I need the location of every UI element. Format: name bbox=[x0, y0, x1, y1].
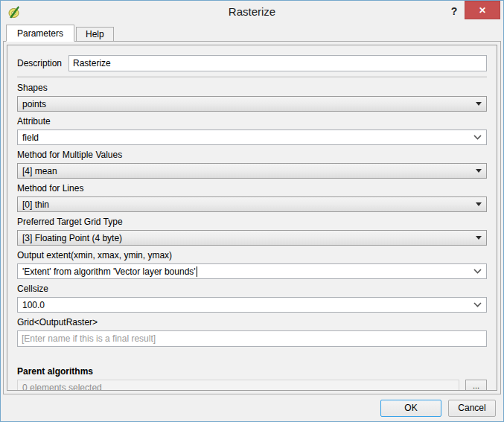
shapes-label: Shapes bbox=[17, 83, 487, 93]
description-row: Description bbox=[17, 55, 487, 71]
multiple-values-value: [4] mean bbox=[22, 166, 471, 176]
lines-label: Method for Lines bbox=[17, 183, 487, 194]
dropdown-arrow-icon bbox=[476, 236, 482, 240]
grid-output-input[interactable] bbox=[17, 330, 487, 347]
description-input[interactable] bbox=[68, 55, 487, 71]
cellsize-value: 100.0 bbox=[22, 300, 45, 310]
window-title: Rasterize bbox=[1, 5, 503, 18]
multiple-values-dropdown[interactable]: [4] mean bbox=[17, 163, 487, 179]
grid-type-dropdown[interactable]: [3] Floating Point (4 byte) bbox=[17, 230, 487, 246]
close-button[interactable]: ✕ bbox=[465, 1, 500, 19]
dropdown-arrow-icon bbox=[476, 202, 482, 206]
tab-help[interactable]: Help bbox=[76, 27, 114, 42]
spacer bbox=[17, 347, 487, 362]
help-button[interactable]: ? bbox=[446, 2, 462, 20]
grid-output-label: Grid<OutputRaster> bbox=[17, 317, 487, 327]
separator-line bbox=[17, 77, 487, 78]
browse-button[interactable]: ... bbox=[465, 380, 487, 391]
cancel-button[interactable]: Cancel bbox=[448, 400, 496, 417]
dialog-button-row: OK Cancel bbox=[1, 394, 503, 421]
chevron-down-icon[interactable] bbox=[473, 302, 482, 307]
multiple-values-label: Method for Multiple Values bbox=[17, 150, 487, 160]
shapes-dropdown[interactable]: points bbox=[17, 96, 487, 112]
extent-value: 'Extent' from algorithm 'Vector layer bo… bbox=[22, 266, 196, 277]
chevron-down-icon[interactable] bbox=[473, 269, 482, 274]
cellsize-combobox[interactable]: 100.0 bbox=[17, 297, 487, 313]
chevron-down-icon[interactable] bbox=[473, 135, 482, 140]
attribute-combobox[interactable]: field bbox=[17, 130, 487, 145]
dropdown-arrow-icon bbox=[476, 169, 482, 173]
lines-value: [0] thin bbox=[22, 199, 471, 210]
parameters-tab-page: Description Shapes points Attribute fiel… bbox=[3, 41, 501, 394]
cellsize-label: Cellsize bbox=[17, 284, 487, 294]
description-label: Description bbox=[17, 58, 62, 68]
attribute-value: field bbox=[22, 132, 39, 143]
extent-label: Output extent(xmin, xmax, ymin, ymax) bbox=[17, 250, 487, 260]
tab-parameters[interactable]: Parameters bbox=[6, 25, 74, 42]
shapes-value: points bbox=[22, 99, 471, 109]
lines-dropdown[interactable]: [0] thin bbox=[17, 196, 487, 212]
extent-combobox[interactable]: 'Extent' from algorithm 'Vector layer bo… bbox=[17, 263, 487, 279]
parameters-form: Description Shapes points Attribute fiel… bbox=[7, 45, 497, 391]
ok-button[interactable]: OK bbox=[380, 400, 441, 417]
dropdown-arrow-icon bbox=[476, 102, 482, 106]
text-caret bbox=[197, 266, 197, 277]
attribute-label: Attribute bbox=[17, 116, 487, 127]
parameters-scroll-area: Description Shapes points Attribute fiel… bbox=[7, 45, 497, 391]
grid-type-label: Preferred Target Grid Type bbox=[17, 217, 487, 227]
parent-algorithms-field: 0 elements selected bbox=[17, 380, 459, 391]
parent-algorithms-label: Parent algorithms bbox=[17, 366, 487, 377]
grid-type-value: [3] Floating Point (4 byte) bbox=[22, 233, 471, 243]
rasterize-dialog: Rasterize ? ✕ Parameters Help Descriptio… bbox=[0, 0, 504, 422]
parent-algorithms-row: 0 elements selected ... bbox=[17, 380, 487, 391]
tab-bar: Parameters Help bbox=[6, 25, 115, 42]
title-bar[interactable]: Rasterize ? ✕ bbox=[1, 1, 503, 23]
